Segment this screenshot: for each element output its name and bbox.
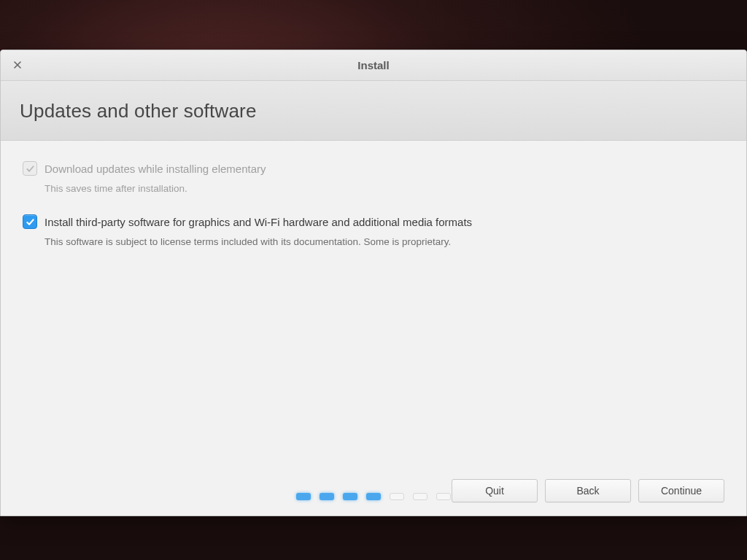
checkmark-icon — [26, 217, 35, 227]
titlebar: Install — [1, 50, 746, 81]
option-download-updates-help: This saves time after installation. — [44, 183, 724, 194]
option-third-party-label: Install third-party software for graphic… — [44, 216, 472, 228]
option-download-updates-label: Download updates while installing elemen… — [44, 163, 266, 175]
back-button[interactable]: Back — [545, 479, 631, 502]
close-icon — [13, 60, 22, 71]
checkbox-third-party[interactable] — [23, 214, 37, 229]
footer-buttons: Quit Back Continue — [23, 479, 724, 507]
page-body: Download updates while installing elemen… — [1, 141, 746, 516]
option-download-updates-row: Download updates while installing elemen… — [23, 161, 724, 176]
option-third-party-help: This software is subject to license term… — [44, 236, 724, 247]
page-title: Updates and other software — [20, 100, 727, 122]
close-button[interactable] — [9, 58, 26, 74]
installer-window: Install Updates and other software Downl… — [0, 50, 747, 516]
quit-button[interactable]: Quit — [452, 479, 538, 502]
checkmark-icon — [26, 164, 35, 174]
option-third-party-row[interactable]: Install third-party software for graphic… — [23, 214, 724, 229]
continue-button[interactable]: Continue — [638, 479, 724, 502]
option-download-updates: Download updates while installing elemen… — [23, 161, 724, 194]
window-title: Install — [1, 59, 746, 71]
option-third-party: Install third-party software for graphic… — [23, 214, 724, 247]
checkbox-download-updates — [23, 161, 37, 176]
page-header: Updates and other software — [1, 81, 746, 141]
